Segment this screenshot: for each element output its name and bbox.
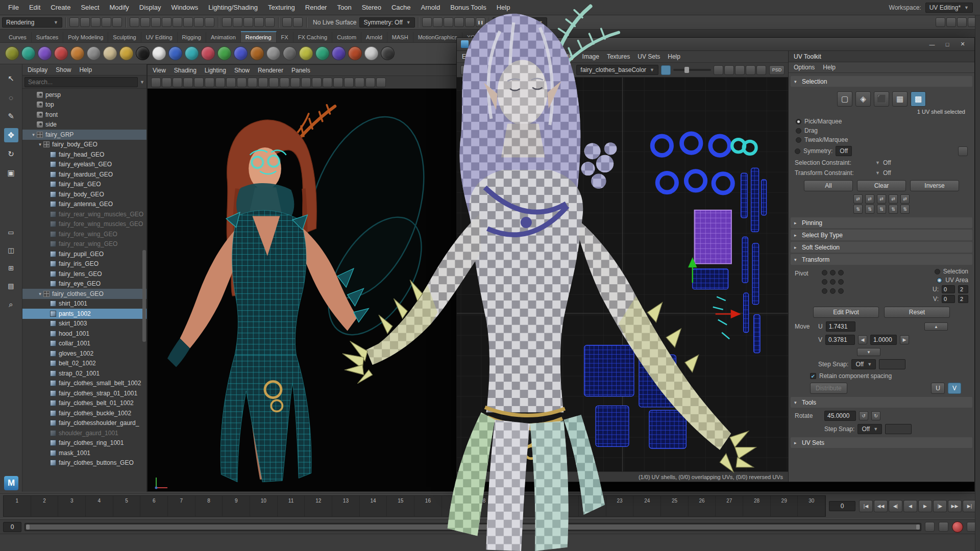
section-selection[interactable]: ▾Selection bbox=[791, 76, 972, 87]
safe-action-icon[interactable] bbox=[280, 78, 289, 87]
range-slider-thumb[interactable] bbox=[26, 524, 920, 530]
four-pane-layout-icon[interactable]: ⊞ bbox=[4, 261, 18, 275]
select-camera-icon[interactable] bbox=[151, 78, 161, 87]
input-operations-icon[interactable] bbox=[282, 17, 292, 27]
shelf-tool-icon[interactable] bbox=[234, 46, 248, 60]
dim-image-icon[interactable] bbox=[714, 65, 723, 75]
select-component-mode-icon[interactable] bbox=[151, 17, 161, 27]
section-tools[interactable]: ▾Tools bbox=[791, 397, 972, 408]
pivot-selection-radio[interactable]: Selection bbox=[935, 268, 968, 275]
frame-tick[interactable]: 26 bbox=[689, 496, 716, 516]
frame-tick[interactable]: 11 bbox=[278, 496, 305, 516]
uv-mode-icon[interactable]: ▦ bbox=[892, 91, 908, 107]
rotate-cw-button[interactable]: ↻ bbox=[871, 411, 880, 420]
outliner-item[interactable]: ▾ fairy_body_GEO bbox=[22, 189, 146, 199]
show-tool-settings-icon[interactable] bbox=[957, 17, 967, 27]
select-ring-icon[interactable]: ⇅ bbox=[900, 205, 910, 214]
shelf-tab[interactable]: Poly Modeling bbox=[63, 32, 108, 42]
workspace-selector[interactable]: Workspace: UV Editing*▼ bbox=[889, 0, 973, 15]
outliner-item[interactable]: ▾ fairy_clothes_belt_01_1002 bbox=[22, 398, 146, 409]
select-mask-curves-icon[interactable] bbox=[173, 17, 182, 27]
shrink-selection-icon[interactable]: ⇅ bbox=[865, 205, 874, 214]
show-modeling-toolkit-icon[interactable] bbox=[936, 17, 945, 27]
filter-chevron-icon[interactable]: ▼ bbox=[140, 80, 144, 85]
frame-tick[interactable]: 5 bbox=[113, 496, 141, 516]
All[interactable]: All bbox=[804, 180, 853, 191]
outliner-item[interactable]: ▾ fairy_teardust_GEO bbox=[22, 169, 146, 180]
outliner-item[interactable]: ▾ fairy_eyelash_GEO bbox=[22, 160, 146, 170]
outliner-item[interactable]: ▾ collar_1001 bbox=[22, 339, 146, 349]
shelf-tool-icon[interactable] bbox=[168, 46, 182, 60]
viewport-menu-item[interactable]: Shading bbox=[174, 67, 197, 74]
motion-blur-icon[interactable] bbox=[365, 78, 375, 87]
outliner-item[interactable]: ▾ fairy_hair_GEO bbox=[22, 180, 146, 190]
go-to-end-button[interactable]: ▶| bbox=[963, 500, 976, 512]
select-loop-icon[interactable]: ⇅ bbox=[889, 205, 898, 214]
menu-item[interactable]: Render bbox=[300, 0, 332, 15]
move-v-field[interactable]: 0.3781 bbox=[825, 335, 855, 345]
move-step-field[interactable]: 1.0000 bbox=[870, 335, 897, 345]
frame-tick[interactable]: 25 bbox=[661, 496, 689, 516]
viewport-menu-item[interactable]: Renderer bbox=[258, 67, 283, 74]
step-back-frame-button[interactable]: ◀◀ bbox=[874, 500, 888, 512]
view-grid-icon[interactable] bbox=[724, 65, 734, 75]
distribute-v-button[interactable]: V bbox=[948, 383, 961, 394]
convert-to-face-icon[interactable]: ⇄ bbox=[877, 194, 886, 204]
chevron-down-icon[interactable]: ▼ bbox=[875, 160, 880, 165]
2d-pan-zoom-icon[interactable] bbox=[205, 78, 214, 87]
outliner-item[interactable]: ▾ front bbox=[22, 110, 146, 120]
shelf-tab[interactable]: FX Caching bbox=[293, 32, 332, 42]
shelf-tab[interactable]: Custom bbox=[332, 32, 361, 42]
ipr-render-icon[interactable] bbox=[433, 17, 443, 27]
shelf-tab[interactable]: Sculpting bbox=[108, 32, 141, 42]
outliner-item[interactable]: ▾ fairy_GRP bbox=[22, 130, 146, 140]
distribute-button[interactable]: Distribute bbox=[810, 383, 847, 394]
anim-layer-icon[interactable] bbox=[939, 522, 948, 532]
outliner-item[interactable]: ▾ fairy_pupil_GEO bbox=[22, 249, 146, 259]
menu-item[interactable]: Select bbox=[76, 0, 104, 15]
shelf-tab[interactable]: UV Editing bbox=[141, 32, 178, 42]
paint-select-tool-icon[interactable]: ✎ bbox=[4, 109, 18, 123]
uv-menu-item[interactable]: View bbox=[480, 53, 494, 60]
frame-tick[interactable]: 13 bbox=[332, 496, 360, 516]
radio-icon[interactable] bbox=[937, 278, 942, 283]
shelf-tool-icon[interactable] bbox=[70, 46, 84, 60]
pivot-u2-field[interactable]: 2 bbox=[958, 285, 968, 293]
frame-tick[interactable]: 27 bbox=[716, 496, 743, 516]
safe-title-icon[interactable] bbox=[290, 78, 300, 87]
distribute-u-button[interactable]: U bbox=[931, 383, 945, 394]
image-dim-slider[interactable] bbox=[673, 69, 711, 71]
symmetry-dropdown[interactable]: Off bbox=[836, 146, 852, 156]
shelf-tab[interactable]: Rigging bbox=[178, 32, 206, 42]
maximize-button[interactable]: □ bbox=[940, 39, 955, 49]
uv-shell-mode-icon[interactable]: ▩ bbox=[911, 91, 926, 107]
construction-history-icon[interactable] bbox=[293, 17, 303, 27]
rotate-cw-icon[interactable] bbox=[493, 65, 502, 75]
rotate-angle-field[interactable]: 45.0000 bbox=[824, 411, 856, 421]
menu-item[interactable]: Help bbox=[492, 0, 516, 15]
use-all-lights-icon[interactable] bbox=[333, 78, 343, 87]
outliner-item[interactable]: ▾ fairy_antenna_GEO bbox=[22, 199, 146, 210]
shelf-tool-icon[interactable] bbox=[103, 46, 117, 60]
bookmarks-icon[interactable] bbox=[183, 78, 193, 87]
lock-camera-icon[interactable] bbox=[162, 78, 172, 87]
expand-icon[interactable]: ▾ bbox=[37, 291, 43, 296]
collapsed-section-header[interactable]: ▸Select By Type bbox=[791, 230, 972, 240]
frame-tick[interactable]: 28 bbox=[743, 496, 771, 516]
shaded-icon[interactable] bbox=[312, 78, 322, 87]
menu-item[interactable]: Bonus Tools bbox=[445, 0, 492, 15]
shade-uvs-icon[interactable] bbox=[746, 65, 755, 75]
auto-keyframe-toggle[interactable] bbox=[952, 521, 963, 533]
textured-icon[interactable] bbox=[323, 78, 332, 87]
shelf-tool-icon[interactable] bbox=[5, 46, 19, 60]
minimize-button[interactable]: — bbox=[924, 39, 940, 49]
uv-menu-item[interactable]: Modify bbox=[556, 53, 574, 60]
show-attribute-editor-icon[interactable] bbox=[946, 17, 956, 27]
section-transform[interactable]: ▾Transform bbox=[791, 254, 972, 265]
uv-menu-item[interactable]: Cut/Sew bbox=[526, 53, 549, 60]
frame-tick[interactable]: 1 bbox=[4, 496, 31, 516]
expand-icon[interactable]: ▾ bbox=[37, 142, 43, 147]
shelf-tab[interactable]: Animation bbox=[206, 32, 241, 42]
render-settings-icon[interactable] bbox=[444, 17, 453, 27]
playback-options-icon[interactable] bbox=[925, 522, 935, 532]
